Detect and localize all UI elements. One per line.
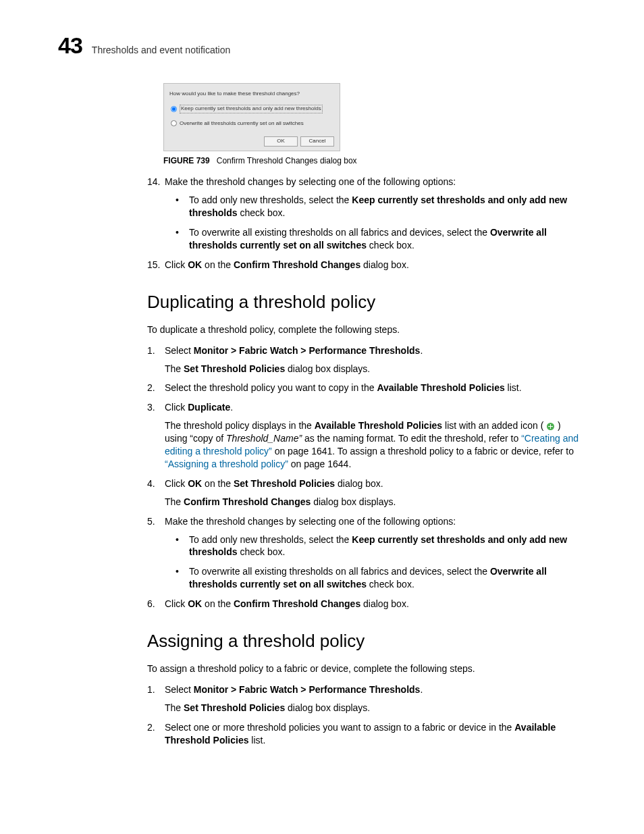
step-14-bullets: To add only new thresholds, select the K… [176,194,585,252]
section-heading-assigning: Assigning a threshold policy [147,629,585,653]
section-heading-duplicating: Duplicating a threshold policy [147,290,585,314]
chapter-number: 43 [58,32,82,59]
step-sub: The threshold policy displays in the Ava… [165,419,585,471]
ok-button[interactable]: OK [264,136,298,147]
page-content: How would you like to make these thresho… [147,83,585,747]
confirm-threshold-dialog: How would you like to make these thresho… [163,83,340,151]
step-number: 3. [147,401,155,414]
step-number: 2. [147,382,155,394]
bullet: To overwrite all existing thresholds on … [176,565,585,591]
link-assigning[interactable]: “Assigning a threshold policy” [165,459,288,469]
step-6: 6. Click OK on the Confirm Threshold Cha… [147,598,585,610]
figure-caption-text: Confirm Threshold Changes dialog box [217,156,357,165]
radio-overwrite[interactable] [171,120,177,126]
step-number: 2. [147,721,155,734]
figure-label: FIGURE 739 [163,156,210,165]
bullet: To add only new thresholds, select the K… [176,533,585,559]
bullet: To overwrite all existing thresholds on … [176,226,585,252]
step-5-bullets: To add only new thresholds, select the K… [176,533,585,592]
section-intro: To duplicate a threshold policy, complet… [147,323,585,336]
step-sub: The Confirm Threshold Changes dialog box… [165,496,585,509]
dialog-option-keep-label: Keep currently set thresholds and only a… [180,105,323,113]
cancel-button[interactable]: Cancel [300,136,334,147]
page-header: 43 Thresholds and event notification [58,32,591,59]
step-number: 4. [147,477,155,490]
step-sub: The Set Threshold Policies dialog box di… [165,363,585,375]
step-number: 15. [147,259,160,271]
dialog-question: How would you like to make these thresho… [169,90,334,98]
step-4: 4. Click OK on the Set Threshold Policie… [147,477,585,509]
steps-list-assign: 1. Select Monitor > Fabric Watch > Perfo… [147,683,585,747]
step-sub: The Set Threshold Policies dialog box di… [165,702,585,714]
step-number: 5. [147,515,155,528]
step-1: 1. Select Monitor > Fabric Watch > Perfo… [147,344,585,375]
step-number: 14. [147,176,160,188]
steps-list-dup: 1. Select Monitor > Fabric Watch > Perfo… [147,344,585,610]
dialog-button-row: OK Cancel [169,136,334,147]
step-text: Make the threshold changes by selecting … [165,176,456,187]
duplicate-icon [547,423,554,430]
steps-list-a: 14. Make the threshold changes by select… [147,176,585,271]
step-number: 6. [147,598,155,610]
step-2: 2. Select the threshold policy you want … [147,382,585,394]
dialog-option-overwrite[interactable]: Overwrite all thresholds currently set o… [171,120,334,128]
chapter-title: Thresholds and event notification [92,45,230,55]
bullet: To add only new thresholds, select the K… [176,194,585,219]
section-intro: To assign a threshold policy to a fabric… [147,662,585,675]
step-1: 1. Select Monitor > Fabric Watch > Perfo… [147,683,585,714]
radio-keep[interactable] [171,106,177,112]
page: 43 Thresholds and event notification How… [0,0,644,834]
dialog-option-keep[interactable]: Keep currently set thresholds and only a… [171,105,334,113]
figure-caption: FIGURE 739 Confirm Threshold Changes dia… [163,155,585,166]
step-3: 3. Click Duplicate. The threshold policy… [147,401,585,470]
step-number: 1. [147,344,155,357]
dialog-option-overwrite-label: Overwrite all thresholds currently set o… [180,120,304,128]
step-5: 5. Make the threshold changes by selecti… [147,515,585,591]
step-15: 15. Click OK on the Confirm Threshold Ch… [147,259,585,271]
step-number: 1. [147,683,155,696]
step-2: 2. Select one or more threshold policies… [147,721,585,747]
step-14: 14. Make the threshold changes by select… [147,176,585,251]
